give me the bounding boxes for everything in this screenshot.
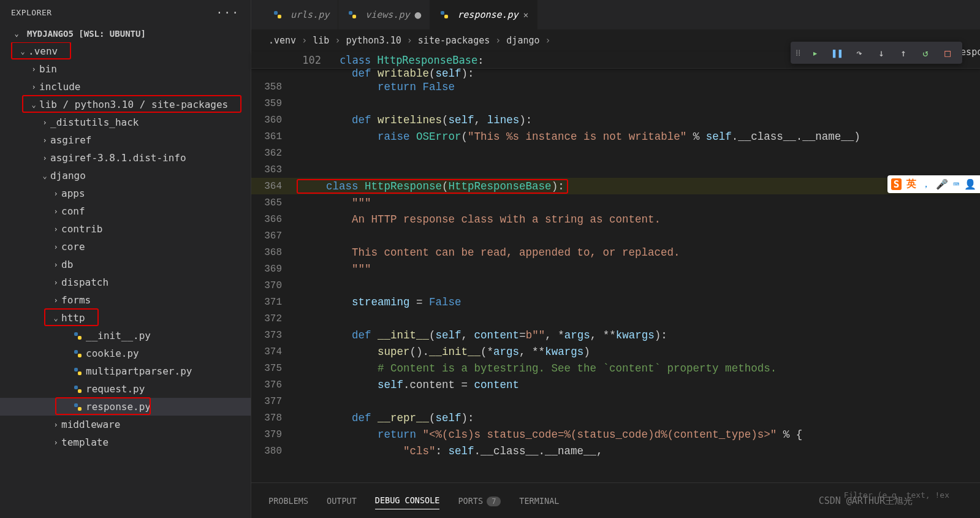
dirty-dot-icon: ● — [414, 9, 421, 20]
code-line[interactable]: 363 — [251, 161, 980, 178]
code-line[interactable]: 361 raise OSError("This %s instance is n… — [251, 128, 980, 145]
code-line[interactable]: 369 """ — [251, 261, 980, 277]
code-line[interactable]: 377 — [251, 393, 980, 409]
code-line[interactable]: 380 "cls": self.__class__.__name__, — [251, 443, 980, 459]
project-root[interactable]: ⌄ MYDJANGO5 [WSL: UBUNTU] — [0, 25, 251, 42]
debug-stop-button[interactable]: □ — [938, 44, 957, 61]
breadcrumb-item[interactable]: python3.10 — [346, 35, 401, 46]
ime-lang[interactable]: 英 — [906, 178, 916, 191]
ime-toolbar[interactable]: S 英 ， 🎤 ⌨ 👤 — [887, 175, 980, 193]
chevron-down-icon: ⌄ — [11, 29, 22, 38]
tree-item-label: conf — [61, 205, 85, 217]
editor-tab[interactable]: urls.py — [264, 0, 338, 29]
code-editor[interactable]: def writable(self):358 return False35936… — [251, 69, 980, 482]
grip-icon[interactable]: ⁞⁞ — [796, 48, 803, 58]
file-item[interactable]: __init__.py — [0, 327, 251, 345]
file-item[interactable]: response.py — [0, 398, 251, 416]
tree-item-label: _distutils_hack — [50, 116, 139, 128]
folder-item[interactable]: ›db — [0, 256, 251, 273]
svg-rect-0 — [74, 332, 78, 336]
code-line[interactable]: 378 def __repr__(self): — [251, 409, 980, 426]
filter-placeholder[interactable]: Filter (e.g. text, !ex — [844, 490, 949, 500]
tab-label: urls.py — [291, 9, 329, 20]
editor-tab[interactable]: views.py● — [338, 0, 430, 29]
ime-mic-icon[interactable]: 🎤 — [936, 178, 948, 190]
folder-item[interactable]: ›dispatch — [0, 273, 251, 291]
python-file-icon — [72, 366, 83, 377]
folder-item[interactable]: ›forms — [0, 291, 251, 309]
folder-item[interactable]: ›asgiref-3.8.1.dist-info — [0, 149, 251, 167]
code-line[interactable]: 365 """ — [251, 194, 980, 211]
breadcrumb-item[interactable]: lib — [313, 35, 329, 46]
code-line[interactable]: 367 — [251, 227, 980, 244]
file-item[interactable]: request.py — [0, 380, 251, 398]
code-line[interactable]: 362 — [251, 145, 980, 161]
folder-item[interactable]: ⌄lib / python3.10 / site-packages — [0, 96, 251, 113]
code-line[interactable]: 379 return "<%(cls)s status_code=%(statu… — [251, 426, 980, 443]
code-line[interactable]: 376 self.content = content — [251, 376, 980, 393]
code-line[interactable]: 360 def writelines(self, lines): — [251, 112, 980, 128]
code-line[interactable]: 371 streaming = False — [251, 294, 980, 310]
ime-keyboard-icon[interactable]: ⌨ — [953, 178, 959, 190]
code-line[interactable]: 372 — [251, 310, 980, 327]
chevron-right-icon: › — [50, 421, 61, 429]
panel-tab[interactable]: PORTS7 — [458, 492, 501, 509]
chevron-down-icon: ⌄ — [28, 101, 39, 109]
panel-tab[interactable]: PROBLEMS — [268, 492, 308, 509]
explorer-title: EXPLORER — [11, 8, 52, 17]
svg-rect-1 — [78, 336, 82, 340]
panel-tab[interactable]: TERMINAL — [519, 492, 559, 509]
folder-item[interactable]: ›_distutils_hack — [0, 113, 251, 131]
chevron-right-icon: › — [28, 65, 39, 74]
folder-item[interactable]: ›middleware — [0, 416, 251, 433]
code-line[interactable]: 358 return False — [251, 78, 980, 95]
ime-punct[interactable]: ， — [921, 178, 931, 191]
code-line[interactable]: 366 An HTTP response class with a string… — [251, 211, 980, 227]
folder-item[interactable]: ›apps — [0, 185, 251, 202]
debug-step-into-button[interactable]: ↓ — [872, 44, 891, 61]
close-icon[interactable]: ✕ — [523, 10, 528, 20]
code-line[interactable]: 368 This content can be read, appended t… — [251, 244, 980, 261]
python-file-icon — [72, 402, 83, 413]
code-line[interactable]: 373 def __init__(self, content=b"", *arg… — [251, 327, 980, 343]
code-line[interactable]: 374 super().__init__(*args, **kwargs) — [251, 343, 980, 360]
chevron-right-icon: › — [335, 35, 340, 46]
code-line[interactable]: 375 # Content is a bytestring. See the `… — [251, 360, 980, 376]
explorer-more-icon[interactable]: ··· — [216, 6, 240, 19]
file-tree[interactable]: ⌄.venv›bin›include⌄lib / python3.10 / si… — [0, 42, 251, 518]
file-item[interactable]: multipartparser.py — [0, 362, 251, 380]
debug-restart-button[interactable]: ↺ — [916, 44, 935, 61]
ime-user-icon[interactable]: 👤 — [964, 178, 976, 190]
editor-tab[interactable]: response.py✕ — [430, 0, 537, 29]
folder-item[interactable]: ›core — [0, 238, 251, 256]
breadcrumb-item[interactable]: .venv — [268, 35, 296, 46]
editor-tabs[interactable]: urls.pyviews.py●response.py✕ — [251, 0, 980, 29]
folder-item[interactable]: ›include — [0, 78, 251, 96]
debug-step-over-button[interactable]: ↷ — [849, 44, 869, 61]
folder-item[interactable]: ›conf — [0, 202, 251, 220]
code-line[interactable]: 359 — [251, 95, 980, 112]
code-line[interactable]: 370 — [251, 277, 980, 294]
debug-step-out-button[interactable]: ↑ — [894, 44, 913, 61]
folder-item[interactable]: ›bin — [0, 60, 251, 78]
breadcrumb-item[interactable]: django — [506, 35, 539, 46]
folder-item[interactable]: ⌄.venv — [0, 42, 251, 60]
line-number: 370 — [251, 280, 300, 291]
folder-item[interactable]: ⌄http — [0, 309, 251, 327]
folder-item[interactable]: ›contrib — [0, 220, 251, 238]
tree-item-label: middleware — [61, 419, 120, 430]
debug-pause-button[interactable]: ❚❚ — [827, 44, 847, 61]
folder-item[interactable]: ›asgiref — [0, 131, 251, 149]
folder-item[interactable]: ›template — [0, 433, 251, 451]
breadcrumb-item[interactable]: site-packages — [418, 35, 490, 46]
file-item[interactable]: cookie.py — [0, 345, 251, 362]
panel-tab[interactable]: OUTPUT — [327, 492, 357, 509]
folder-item[interactable]: ⌄django — [0, 167, 251, 185]
debug-continue-button[interactable]: ▸ — [805, 44, 825, 61]
code-line[interactable]: 364 class HttpResponse(HttpResponseBase)… — [251, 178, 980, 194]
python-file-icon — [347, 9, 358, 20]
panel-tab[interactable]: DEBUG CONSOLE — [375, 492, 440, 509]
tree-item-label: request.py — [86, 383, 145, 395]
tree-item-label: response.py — [86, 401, 151, 413]
debug-toolbar[interactable]: ⁞⁞ ▸ ❚❚ ↷ ↓ ↑ ↺ □ — [791, 42, 962, 64]
